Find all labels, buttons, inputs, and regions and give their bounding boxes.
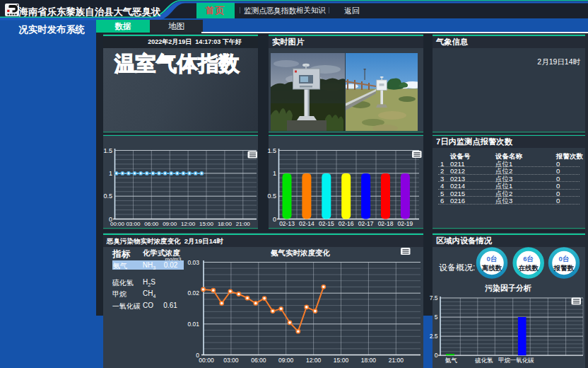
svg-text:15:00: 15:00 <box>199 221 214 227</box>
svg-text:1: 1 <box>109 170 112 177</box>
svg-text:02-16: 02-16 <box>339 220 354 227</box>
svg-text:1.5: 1.5 <box>267 147 276 154</box>
svg-text:21:00: 21:00 <box>389 357 404 364</box>
svg-text:02-19: 02-19 <box>398 220 413 227</box>
svg-text:02-14: 02-14 <box>299 220 314 227</box>
svg-text:18:00: 18:00 <box>218 221 233 227</box>
svg-text:09:00: 09:00 <box>163 221 177 227</box>
svg-text:0.03: 0.03 <box>187 258 199 265</box>
svg-text:06:00: 06:00 <box>251 357 266 364</box>
svg-text:0.5: 0.5 <box>267 192 276 200</box>
svg-text:1.5: 1.5 <box>103 147 112 154</box>
svg-text:09:00: 09:00 <box>278 357 294 364</box>
svg-text:0.02: 0.02 <box>187 289 199 297</box>
svg-text:6台: 6台 <box>523 255 534 263</box>
svg-text:氨气实时浓度变化: 氨气实时浓度变化 <box>270 248 331 257</box>
svg-text:02-17: 02-17 <box>358 220 374 227</box>
svg-text:02-18: 02-18 <box>378 220 394 227</box>
svg-text:03:00: 03:00 <box>126 221 141 227</box>
svg-text:7.5: 7.5 <box>430 294 438 301</box>
svg-text:00:00: 00:00 <box>110 221 125 227</box>
svg-text:离线数: 离线数 <box>481 264 502 272</box>
svg-text:1: 1 <box>273 170 276 177</box>
svg-text:02-13: 02-13 <box>279 220 295 227</box>
svg-text:03:00: 03:00 <box>223 357 239 364</box>
svg-text:一氧化碳: 一氧化碳 <box>510 357 535 364</box>
svg-text:氨气: 氨气 <box>445 357 458 364</box>
svg-text:0: 0 <box>435 352 438 359</box>
svg-text:硫化氢: 硫化氢 <box>475 357 493 364</box>
svg-text:02-15: 02-15 <box>319 220 334 227</box>
svg-text:06:00: 06:00 <box>144 221 159 227</box>
svg-text:0.01: 0.01 <box>187 320 199 327</box>
svg-text:甲烷: 甲烷 <box>498 357 511 364</box>
svg-text:0: 0 <box>273 216 276 223</box>
svg-text:0台: 0台 <box>559 255 570 263</box>
svg-text:报警数: 报警数 <box>553 264 575 272</box>
svg-text:12:00: 12:00 <box>306 357 322 364</box>
svg-text:在线数: 在线数 <box>517 264 539 272</box>
svg-text:18:00: 18:00 <box>361 357 377 364</box>
svg-text:21:00: 21:00 <box>236 221 251 227</box>
svg-text:5: 5 <box>435 314 438 321</box>
svg-text:0台: 0台 <box>487 255 498 263</box>
svg-text:污染因子分析: 污染因子分析 <box>485 284 531 293</box>
svg-text:15:00: 15:00 <box>334 357 349 364</box>
svg-text:0.5: 0.5 <box>103 192 112 200</box>
svg-text:00:00: 00:00 <box>199 357 214 364</box>
svg-text:12:00: 12:00 <box>181 221 196 227</box>
svg-text:2.5: 2.5 <box>430 333 438 340</box>
